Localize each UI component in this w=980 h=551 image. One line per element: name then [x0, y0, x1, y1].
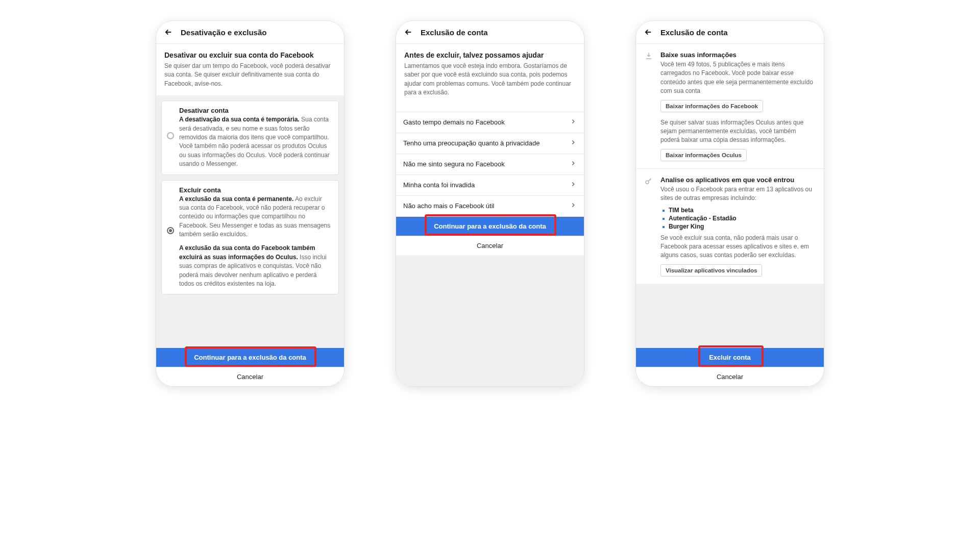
list-item-label: Não me sinto segura no Facebook — [403, 160, 505, 168]
page-title: Exclusão de conta — [660, 28, 728, 37]
page-title: Exclusão de conta — [421, 28, 488, 37]
chevron-right-icon — [570, 160, 577, 169]
apps-list: TIM beta Autenticação - Estadão Burger K… — [660, 206, 816, 231]
back-arrow-icon[interactable] — [163, 27, 174, 37]
back-arrow-icon[interactable] — [643, 27, 653, 37]
intro-section: Antes de excluir, talvez possamos ajudar… — [396, 44, 584, 105]
radio-selected-icon[interactable] — [167, 227, 174, 234]
back-arrow-icon[interactable] — [403, 27, 413, 37]
option-text: A desativação da sua conta é temporária.… — [179, 115, 332, 168]
list-item-label: Minha conta foi invadida — [403, 181, 475, 189]
section-desc: Lamentamos que você esteja indo embora. … — [404, 62, 576, 97]
list-item[interactable]: Não me sinto segura no Facebook — [396, 154, 584, 174]
info-text: Se quiser salvar suas informações Oculus… — [660, 118, 816, 145]
header: Desativação e exclusão — [156, 21, 344, 44]
info-text: Você tem 49 fotos, 5 publicações e mais … — [660, 60, 816, 96]
list-item-label: Gasto tempo demais no Facebook — [403, 118, 505, 126]
delete-account-button[interactable]: Excluir conta — [636, 348, 824, 367]
section-desc: Se quiser dar um tempo do Facebook, você… — [164, 62, 336, 88]
list-item-label: Tenho uma preocupação quanto à privacida… — [403, 139, 540, 147]
intro-section: Desativar ou excluir sua conta do Facebo… — [156, 44, 344, 95]
chevron-right-icon — [570, 139, 577, 148]
phone-screen-3: Exclusão de conta Baixe suas informações… — [635, 20, 824, 387]
list-item[interactable]: Não acho mais o Facebook útil — [396, 195, 584, 217]
list-item: Autenticação - Estadão — [663, 214, 816, 222]
svg-point-0 — [646, 181, 649, 184]
download-icon — [644, 52, 653, 61]
option-deactivate[interactable]: Desativar conta A desativação da sua con… — [161, 101, 339, 174]
info-text: Você usou o Facebook para entrar em 13 a… — [660, 185, 816, 203]
info-title: Analise os aplicativos em que você entro… — [660, 176, 816, 184]
cancel-button[interactable]: Cancelar — [636, 367, 824, 386]
header: Exclusão de conta — [396, 21, 584, 44]
list-item[interactable]: Minha conta foi invadida — [396, 174, 584, 195]
key-icon — [644, 177, 653, 186]
list-item: TIM beta — [663, 206, 816, 214]
reasons-list: Gasto tempo demais no Facebook Tenho uma… — [396, 112, 584, 217]
phone-screen-1: Desativação e exclusão Desativar ou excl… — [156, 20, 345, 387]
download-oculus-button[interactable]: Baixar informações Oculus — [660, 149, 747, 161]
download-info-section: Baixe suas informações Você tem 49 fotos… — [636, 44, 824, 169]
info-title: Baixe suas informações — [660, 51, 816, 59]
cancel-button[interactable]: Cancelar — [156, 367, 344, 386]
option-text: A exclusão da sua conta do Facebook tamb… — [179, 244, 332, 288]
radio-unselected-icon[interactable] — [167, 132, 174, 139]
option-title: Excluir conta — [179, 186, 332, 194]
option-text: A exclusão da sua conta é permanente. Ao… — [179, 195, 332, 239]
chevron-right-icon — [570, 202, 577, 211]
section-title: Antes de excluir, talvez possamos ajudar — [404, 51, 576, 59]
header: Exclusão de conta — [636, 21, 824, 44]
info-text: Se você excluir sua conta, não poderá ma… — [660, 234, 816, 260]
list-item[interactable]: Tenho uma preocupação quanto à privacida… — [396, 133, 584, 154]
list-item: Burger King — [663, 222, 816, 231]
chevron-right-icon — [570, 181, 577, 190]
apps-info-section: Analise os aplicativos em que você entro… — [636, 169, 824, 284]
section-title: Desativar ou excluir sua conta do Facebo… — [164, 51, 336, 59]
continue-delete-button[interactable]: Continuar para a exclusão da conta — [396, 217, 584, 236]
view-linked-apps-button[interactable]: Visualizar aplicativos vinculados — [660, 264, 762, 277]
download-facebook-button[interactable]: Baixar informações do Facebook — [660, 100, 763, 112]
continue-delete-button[interactable]: Continuar para a exclusão da conta — [156, 348, 344, 367]
list-item-label: Não acho mais o Facebook útil — [403, 202, 494, 210]
phone-screen-2: Exclusão de conta Antes de excluir, talv… — [396, 20, 584, 387]
option-title: Desativar conta — [179, 107, 332, 114]
cancel-button[interactable]: Cancelar — [396, 236, 584, 255]
page-title: Desativação e exclusão — [181, 28, 266, 37]
option-delete[interactable]: Excluir conta A exclusão da sua conta é … — [161, 180, 339, 295]
list-item[interactable]: Gasto tempo demais no Facebook — [396, 112, 584, 133]
chevron-right-icon — [570, 118, 577, 127]
